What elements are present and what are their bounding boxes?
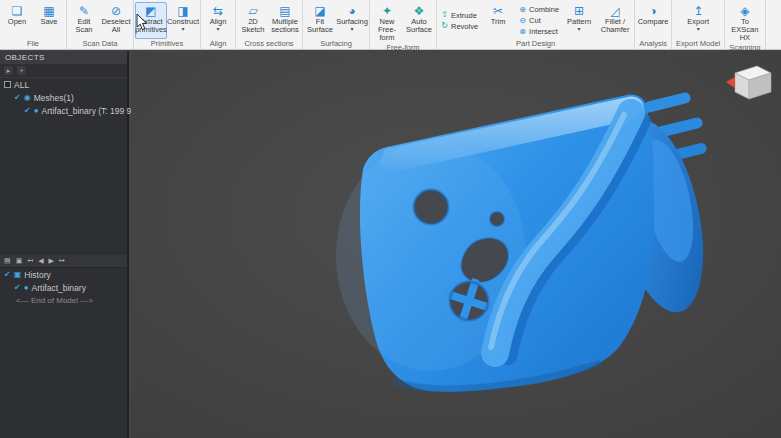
open-button[interactable]: ❏ Open bbox=[1, 2, 33, 39]
auto-surface-label: Auto Surface bbox=[404, 18, 434, 34]
ribbon-group-export-model: ↥ Export ▾ Export Model bbox=[672, 0, 725, 49]
2d-sketch-button[interactable]: ▱ 2D Sketch bbox=[237, 2, 269, 39]
group-label-export-model: Export Model bbox=[673, 39, 723, 49]
export-label: Export bbox=[687, 18, 709, 26]
fit-surface-button[interactable]: ◪ Fit Surface bbox=[304, 2, 336, 39]
tree-item-artifact[interactable]: ✔ ● Artifact_binary (T: 199 939) bbox=[0, 104, 127, 117]
2d-sketch-icon: ▱ bbox=[248, 4, 257, 18]
tree-item-all-label: ALL bbox=[14, 80, 29, 90]
objects-add-icon[interactable]: + bbox=[17, 66, 26, 75]
fit-surface-icon: ◪ bbox=[314, 4, 325, 18]
group-label-file: File bbox=[1, 39, 65, 49]
intersect-icon: ⊗ bbox=[518, 27, 527, 37]
history-item-artifact[interactable]: ✔ ● Artifact_binary bbox=[0, 281, 127, 294]
ribbon-group-part-design: ⇧ Extrude ↻ Revolve ✂ Trim ⊕ Combine ⊖ bbox=[437, 0, 635, 49]
history-panel: ▤ ▣ ↤ ◀ ▶ ↦ ✔ ▣ History ✔ ● Artifact_bin… bbox=[0, 253, 127, 307]
fillet-chamfer-button[interactable]: ◿ Fillet / Chamfer bbox=[597, 2, 633, 39]
history-play-icon[interactable]: ▶ bbox=[49, 256, 54, 265]
check-icon[interactable]: ✔ bbox=[14, 284, 21, 292]
extrude-button[interactable]: ⇧ Extrude bbox=[438, 10, 480, 20]
ribbon-toolbar: ❏ Open ▦ Save File ✎ Edit Scan ⊘ Deselec… bbox=[0, 0, 781, 50]
revolve-button[interactable]: ↻ Revolve bbox=[438, 21, 480, 31]
trim-label: Trim bbox=[491, 18, 506, 26]
chevron-down-icon: ▾ bbox=[181, 26, 184, 32]
tree-item-meshes-label: Meshes(1) bbox=[34, 93, 74, 103]
history-last-icon[interactable]: ↦ bbox=[59, 256, 65, 265]
revolve-icon: ↻ bbox=[440, 21, 449, 31]
cut-button[interactable]: ⊖ Cut bbox=[516, 16, 561, 26]
revolve-label: Revolve bbox=[451, 22, 478, 31]
group-label-primitives: Primitives bbox=[135, 39, 199, 49]
construct-icon: ◨ bbox=[177, 4, 188, 18]
check-icon[interactable]: ✔ bbox=[4, 271, 11, 279]
ribbon-group-file: ❏ Open ▦ Save File bbox=[0, 0, 67, 49]
group-label-cross-sections: Cross sections bbox=[237, 39, 301, 49]
cut-label: Cut bbox=[529, 16, 541, 25]
combine-label: Combine bbox=[529, 5, 559, 14]
pattern-button[interactable]: ⊞ Pattern ▾ bbox=[563, 2, 595, 39]
open-icon: ❏ bbox=[12, 4, 23, 18]
objects-panel-title: OBJECTS bbox=[0, 51, 127, 64]
history-step-back-icon[interactable]: ◀ bbox=[38, 256, 43, 265]
mouse-cursor-icon bbox=[136, 13, 149, 36]
to-exscan-label: To EXScan HX bbox=[728, 18, 762, 42]
pattern-label: Pattern bbox=[567, 18, 591, 26]
cut-icon: ⊖ bbox=[518, 16, 527, 26]
checkbox-all[interactable] bbox=[4, 81, 11, 88]
mesh-icon: ◉ bbox=[24, 94, 31, 102]
history-first-icon[interactable]: ↤ bbox=[27, 256, 33, 265]
surfacing-label: Surfacing bbox=[336, 18, 368, 26]
construct-button[interactable]: ◨ Construct ▾ bbox=[167, 2, 199, 39]
ribbon-group-scanning: ◈ To EXScan HX Scanning bbox=[725, 0, 765, 49]
history-root-item[interactable]: ✔ ▣ History bbox=[0, 268, 127, 281]
deselect-all-button[interactable]: ⊘ Deselect All bbox=[100, 2, 132, 39]
viewport-3d[interactable] bbox=[131, 51, 781, 438]
trim-button[interactable]: ✂ Trim bbox=[482, 2, 514, 39]
edit-scan-label: Edit Scan bbox=[69, 18, 99, 34]
construct-label: Construct bbox=[167, 18, 199, 26]
objects-panel-toolbar: ▸ + bbox=[0, 64, 127, 78]
check-icon[interactable]: ✔ bbox=[24, 107, 31, 115]
history-toolbar: ▤ ▣ ↤ ◀ ▶ ↦ bbox=[0, 253, 127, 268]
export-icon: ↥ bbox=[693, 4, 703, 18]
history-title: History bbox=[24, 270, 50, 280]
chevron-down-icon: ▾ bbox=[697, 26, 700, 32]
tree-item-all[interactable]: ALL bbox=[0, 78, 127, 91]
pattern-icon: ⊞ bbox=[574, 4, 584, 18]
history-icon: ▣ bbox=[14, 271, 22, 279]
model-3d[interactable] bbox=[131, 51, 781, 438]
multiple-sections-icon: ▤ bbox=[279, 4, 290, 18]
history-tree-icon[interactable]: ▣ bbox=[16, 256, 23, 265]
edit-scan-icon: ✎ bbox=[79, 4, 89, 18]
group-label-align: Align bbox=[202, 39, 234, 49]
save-button[interactable]: ▦ Save bbox=[33, 2, 65, 39]
fillet-chamfer-icon: ◿ bbox=[611, 4, 620, 18]
tree-item-meshes[interactable]: ✔ ◉ Meshes(1) bbox=[0, 91, 127, 104]
auto-surface-button[interactable]: ❖ Auto Surface bbox=[403, 2, 435, 43]
new-free-form-icon: ✦ bbox=[382, 4, 392, 18]
align-icon: ⇆ bbox=[213, 4, 223, 18]
compare-button[interactable]: ◑ Compare bbox=[637, 2, 669, 39]
intersect-button[interactable]: ⊗ Intersect bbox=[516, 27, 561, 37]
check-icon[interactable]: ✔ bbox=[14, 94, 21, 102]
group-label-analysis: Analysis bbox=[636, 39, 670, 49]
sphere-icon: ● bbox=[24, 284, 29, 292]
ribbon-group-scan-data: ✎ Edit Scan ⊘ Deselect All Scan Data bbox=[67, 0, 134, 49]
tree-item-artifact-label: Artifact_binary (T: 199 939) bbox=[42, 106, 144, 116]
to-exscan-button[interactable]: ◈ To EXScan HX bbox=[727, 2, 763, 43]
combine-button[interactable]: ⊕ Combine bbox=[516, 5, 561, 15]
open-label: Open bbox=[8, 18, 26, 26]
surfacing-button[interactable]: ◕ Surfacing ▾ bbox=[336, 2, 368, 39]
objects-expand-icon[interactable]: ▸ bbox=[4, 66, 13, 75]
multiple-sections-button[interactable]: ▤ Multiple sections bbox=[269, 2, 301, 39]
edit-scan-button[interactable]: ✎ Edit Scan bbox=[68, 2, 100, 39]
new-free-form-button[interactable]: ✦ New Free-form bbox=[371, 2, 403, 43]
history-list-icon[interactable]: ▤ bbox=[4, 256, 11, 265]
history-item-artifact-label: Artifact_binary bbox=[32, 283, 86, 293]
end-of-model-marker: <--- End of Model ---> bbox=[0, 294, 127, 307]
new-free-form-label: New Free-form bbox=[372, 18, 402, 42]
export-button[interactable]: ↥ Export ▾ bbox=[682, 2, 714, 39]
intersect-label: Intersect bbox=[529, 27, 558, 36]
sphere-icon: ● bbox=[34, 107, 39, 115]
align-button[interactable]: ⇆ Align ▾ bbox=[202, 2, 234, 39]
